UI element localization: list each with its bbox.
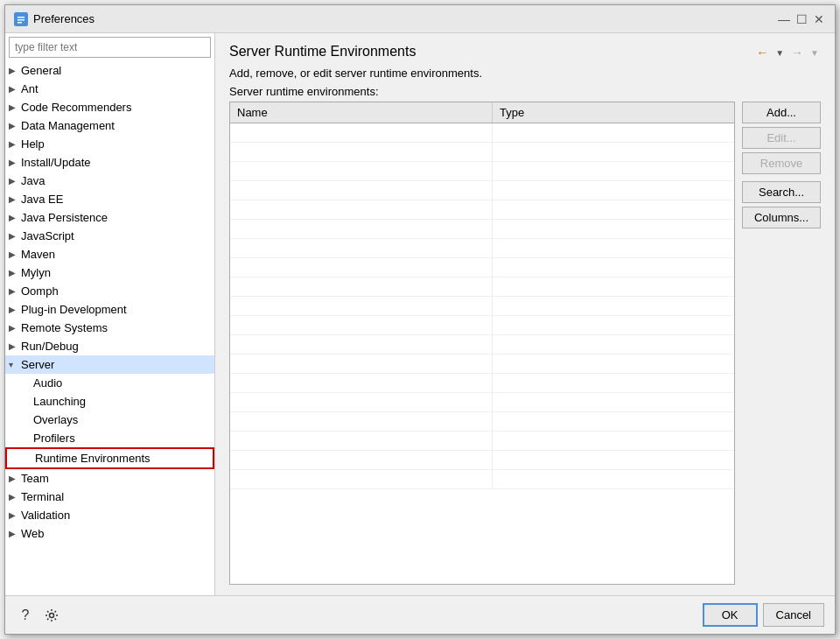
svg-rect-3 bbox=[18, 22, 22, 24]
tree-item-mylyn[interactable]: ▶Mylyn bbox=[5, 263, 214, 282]
tree-item-code-recommenders[interactable]: ▶Code Recommenders bbox=[5, 98, 214, 116]
tree-item-web[interactable]: ▶Web bbox=[5, 524, 214, 543]
bottom-right: OK Cancel bbox=[703, 603, 824, 627]
tree-item-ant[interactable]: ▶Ant bbox=[5, 80, 214, 98]
tree-item-terminal[interactable]: ▶Terminal bbox=[5, 488, 214, 506]
table-row bbox=[230, 316, 734, 335]
tree-item-help[interactable]: ▶Help bbox=[5, 135, 214, 153]
table-row bbox=[230, 181, 734, 200]
tree-item-run-debug[interactable]: ▶Run/Debug bbox=[5, 337, 214, 355]
table-row bbox=[230, 162, 734, 181]
search-button[interactable]: Search... bbox=[742, 181, 821, 203]
tree-item-validation[interactable]: ▶Validation bbox=[5, 506, 214, 524]
table-row bbox=[230, 432, 734, 451]
bottom-bar: ? OK Cancel bbox=[5, 595, 835, 634]
table-row bbox=[230, 297, 734, 316]
tree-item-server-audio[interactable]: Audio bbox=[5, 374, 214, 392]
settings-icon-button[interactable] bbox=[42, 606, 61, 625]
tree-item-remote-systems[interactable]: ▶Remote Systems bbox=[5, 319, 214, 337]
table-row bbox=[230, 451, 734, 470]
bottom-left: ? bbox=[16, 606, 61, 625]
back-dropdown-button[interactable]: ▼ bbox=[774, 44, 786, 61]
left-panel: ▶General▶Ant▶Code Recommenders▶Data Mana… bbox=[5, 33, 215, 595]
forward-dropdown-button[interactable]: ▼ bbox=[808, 44, 821, 61]
tree-item-server-profilers[interactable]: Profilers bbox=[5, 429, 214, 447]
title-bar: Preferences — ☐ ✕ bbox=[5, 5, 835, 33]
cancel-button[interactable]: Cancel bbox=[763, 603, 824, 627]
forward-button[interactable]: → bbox=[789, 44, 805, 61]
panel-toolbar: ← ▼ → ▼ bbox=[754, 44, 821, 61]
tree-item-server-launching[interactable]: Launching bbox=[5, 392, 214, 411]
app-icon bbox=[14, 12, 28, 26]
table-row bbox=[230, 143, 734, 162]
help-button[interactable]: ? bbox=[16, 606, 35, 625]
description-text: Add, remove, or edit server runtime envi… bbox=[229, 67, 821, 80]
tree-item-server-overlays[interactable]: Overlays bbox=[5, 411, 214, 429]
ok-button[interactable]: OK bbox=[703, 603, 758, 627]
tree-item-java[interactable]: ▶Java bbox=[5, 172, 214, 190]
edit-button[interactable]: Edit... bbox=[742, 127, 821, 149]
name-column-header: Name bbox=[230, 102, 493, 123]
table-row bbox=[230, 355, 734, 374]
tree-item-oomph[interactable]: ▶Oomph bbox=[5, 282, 214, 300]
environments-table: Name Type bbox=[229, 102, 735, 585]
tree-item-javascript[interactable]: ▶JavaScript bbox=[5, 227, 214, 245]
table-row bbox=[230, 470, 734, 489]
table-row bbox=[230, 220, 734, 239]
content-area: Name Type bbox=[229, 102, 821, 585]
tree-item-server[interactable]: ▾Server bbox=[5, 355, 214, 374]
tree-item-server-runtime[interactable]: Runtime Environments bbox=[5, 447, 214, 469]
tree-item-java-persistence[interactable]: ▶Java Persistence bbox=[5, 208, 214, 227]
dialog-body: ▶General▶Ant▶Code Recommenders▶Data Mana… bbox=[5, 33, 835, 595]
table-row bbox=[230, 374, 734, 393]
tree-scroll: ▶General▶Ant▶Code Recommenders▶Data Mana… bbox=[5, 61, 214, 595]
minimize-button[interactable]: — bbox=[777, 12, 791, 26]
tree-item-data-management[interactable]: ▶Data Management bbox=[5, 116, 214, 135]
table-header: Name Type bbox=[230, 102, 734, 123]
svg-rect-2 bbox=[18, 19, 24, 21]
title-bar-left: Preferences bbox=[14, 12, 94, 26]
dialog-title: Preferences bbox=[33, 12, 94, 25]
type-column-header: Type bbox=[493, 102, 734, 123]
tree-item-team[interactable]: ▶Team bbox=[5, 469, 214, 488]
tree-item-plugin-dev[interactable]: ▶Plug-in Development bbox=[5, 300, 214, 319]
table-row bbox=[230, 123, 734, 143]
table-row bbox=[230, 200, 734, 220]
right-panel: Server Runtime Environments ← ▼ → ▼ Add,… bbox=[215, 33, 835, 595]
svg-rect-1 bbox=[18, 17, 24, 18]
maximize-button[interactable]: ☐ bbox=[794, 12, 808, 26]
columns-button[interactable]: Columns... bbox=[742, 207, 821, 228]
table-row bbox=[230, 393, 734, 412]
tree-item-general[interactable]: ▶General bbox=[5, 61, 214, 80]
side-buttons: Add... Edit... Remove Search... Columns.… bbox=[742, 102, 821, 585]
table-body[interactable] bbox=[230, 123, 734, 584]
panel-title: Server Runtime Environments bbox=[229, 44, 416, 60]
table-row bbox=[230, 412, 734, 432]
table-row bbox=[230, 258, 734, 277]
back-button[interactable]: ← bbox=[754, 44, 770, 61]
add-button[interactable]: Add... bbox=[742, 102, 821, 123]
tree-item-maven[interactable]: ▶Maven bbox=[5, 245, 214, 263]
table-row bbox=[230, 277, 734, 297]
tree-item-install-update[interactable]: ▶Install/Update bbox=[5, 153, 214, 172]
tree-item-java-ee[interactable]: ▶Java EE bbox=[5, 190, 214, 208]
preferences-dialog: Preferences — ☐ ✕ ▶General▶Ant▶Code Reco… bbox=[4, 4, 836, 635]
list-label: Server runtime environments: bbox=[229, 85, 821, 98]
table-row bbox=[230, 335, 734, 355]
window-controls: — ☐ ✕ bbox=[777, 12, 826, 26]
filter-input[interactable] bbox=[9, 37, 211, 58]
table-row bbox=[230, 239, 734, 258]
svg-point-4 bbox=[50, 613, 54, 617]
close-button[interactable]: ✕ bbox=[812, 12, 826, 26]
remove-button[interactable]: Remove bbox=[742, 152, 821, 174]
